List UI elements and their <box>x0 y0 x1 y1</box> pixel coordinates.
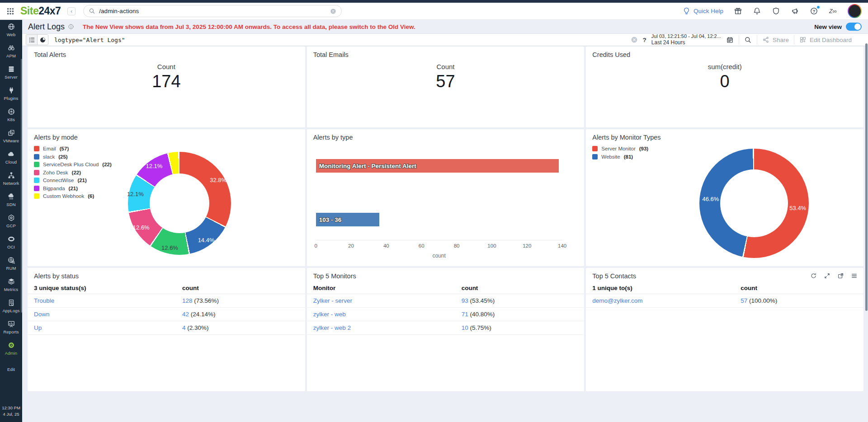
widget-menu-icon[interactable] <box>851 272 858 279</box>
web-icon <box>7 23 15 31</box>
legend-item[interactable]: Bigpanda (21) <box>34 186 112 191</box>
legend-label: ServiceDesk Plus Cloud <box>43 162 99 167</box>
sidebar-item-label: OCI <box>7 244 15 249</box>
site24x7-logo[interactable]: Site24x7 <box>20 5 61 17</box>
row-count-cell: 57 (100.00%) <box>741 297 777 304</box>
row-count-link[interactable]: 71 <box>462 311 468 318</box>
new-view-toggle[interactable] <box>846 23 862 31</box>
row-percent: (2.30%) <box>185 324 208 331</box>
query-bar: logtype="Alert Logs" ? Jul 03, 12:21:50 … <box>22 33 868 46</box>
legend-item[interactable]: Website (81) <box>592 154 648 159</box>
x-tick: 40 <box>383 243 389 249</box>
legend-swatch <box>34 146 39 151</box>
card-top-5-monitors: Top 5 Monitors MonitorcountZylker - serv… <box>307 268 585 391</box>
info-icon[interactable] <box>68 23 74 30</box>
sidebar-item-rum[interactable]: RUM <box>0 253 22 273</box>
share-button[interactable]: Share <box>762 36 789 43</box>
calendar-icon[interactable] <box>726 36 734 44</box>
bar-monitoring-alert-persistent-alert[interactable]: Monitoring Alert - Persistent Alert <box>316 159 559 173</box>
legend-item[interactable]: ServiceDesk Plus Cloud (22) <box>34 162 112 167</box>
row-label-link[interactable]: demo@zylker.com <box>592 297 642 304</box>
sidebar-item-gcp[interactable]: GCP <box>0 211 22 230</box>
topnav-help[interactable]: ? <box>810 7 818 15</box>
expand-icon[interactable] <box>824 272 830 279</box>
legend-item[interactable]: slack (25) <box>34 154 112 159</box>
topnav-security[interactable] <box>772 7 780 15</box>
sidebar-item-cloud[interactable]: Cloud <box>0 147 22 167</box>
row-label-link[interactable]: Up <box>34 324 42 331</box>
page-scrollbar[interactable] <box>865 43 868 311</box>
sidebar-item-oci[interactable]: OCI <box>0 232 22 252</box>
legend-item[interactable]: Server Monitor (93) <box>592 146 648 151</box>
edit-dashboard-button[interactable]: Edit Dashboard <box>799 36 852 43</box>
stat-value[interactable]: 174 <box>28 72 305 91</box>
row-label-link[interactable]: Down <box>34 311 50 318</box>
sidebar-item-k8s[interactable]: K8s <box>0 105 22 124</box>
donut-chart-alerts_by_monitor_types[interactable]: 53.4%46.6% <box>699 149 809 258</box>
app-grid-icon[interactable] <box>6 7 14 15</box>
sidebar-item-admin[interactable]: Admin <box>0 338 22 358</box>
row-label-link[interactable]: zylker - web <box>313 311 346 318</box>
row-count-link[interactable]: 128 <box>182 297 193 304</box>
row-count-link[interactable]: 42 <box>182 311 189 318</box>
topnav-whats-new[interactable] <box>734 7 742 15</box>
donut-chart-alerts_by_mode[interactable]: 32.8%14.4%12.6%12.6%12.1%12.1% <box>128 152 231 255</box>
legend-swatch <box>34 193 39 199</box>
topnav-quick-help[interactable]: Quick Help <box>682 7 723 15</box>
table-header-row: 1 unique to(s)count <box>586 282 863 294</box>
topnav-zia-assistant[interactable]: Z∞ <box>829 7 837 15</box>
chart-view-button[interactable] <box>37 35 48 45</box>
stat-value[interactable]: 0 <box>586 72 863 91</box>
slice-percent-label: 12.1% <box>146 163 162 169</box>
sidebar-item-server[interactable]: Server <box>0 62 22 82</box>
sidebar-clock: 12:30 PM 4 Jul, 25 <box>2 405 20 418</box>
sidebar-item-vmware[interactable]: VMware <box>0 126 22 145</box>
user-avatar[interactable] <box>848 4 862 18</box>
time-range-picker[interactable]: Jul 03, 12:21:50 - Jul 04, 12:2... Last … <box>651 33 721 47</box>
row-label-link[interactable]: Trouble <box>34 297 54 304</box>
bar-103-36[interactable]: 103 - 36 <box>316 213 379 226</box>
row-count-link[interactable]: 93 <box>462 297 468 304</box>
edit-dashboard-label: Edit Dashboard <box>810 37 852 43</box>
row-count-cell: 128 (73.56%) <box>182 297 219 304</box>
topnav-announcements[interactable] <box>791 7 799 15</box>
sidebar-item-reports[interactable]: Reports <box>0 317 22 337</box>
topnav-notifications[interactable] <box>753 7 761 15</box>
sidebar-item-sdn[interactable]: SDN <box>0 190 22 209</box>
legend-item[interactable]: Custom Webhook (6) <box>34 193 112 199</box>
slice-percent-label: 14.4% <box>198 236 215 243</box>
row-percent: (73.56%) <box>192 297 219 304</box>
legend-item[interactable]: Email (57) <box>34 146 112 151</box>
query-input[interactable]: logtype="Alert Logs" <box>54 37 125 43</box>
sidebar-item-label: Metrics <box>4 287 18 292</box>
reports-icon <box>7 320 15 328</box>
sidebar-item-edit[interactable]: Edit <box>0 360 22 379</box>
sidebar-item-web[interactable]: Web <box>0 20 22 39</box>
table-col1-header: 1 unique to(s) <box>592 285 741 291</box>
list-view-button[interactable] <box>26 35 37 45</box>
clear-search-icon[interactable] <box>330 8 336 14</box>
clear-query-icon[interactable] <box>631 36 638 43</box>
collapse-nav-button[interactable]: ‹ <box>67 7 75 15</box>
sidebar-item-plugins[interactable]: Plugins <box>0 84 22 103</box>
stat-value[interactable]: 57 <box>307 72 585 91</box>
legend-item[interactable]: Zoho Desk (22) <box>34 170 112 175</box>
run-search-icon[interactable] <box>744 36 752 44</box>
date-range-text: Jul 03, 12:21:50 - Jul 04, 12:2... <box>651 33 721 39</box>
query-view-buttons <box>26 34 48 45</box>
sidebar-item-network[interactable]: Network <box>0 169 22 188</box>
open-external-icon[interactable] <box>837 272 844 279</box>
sidebar-item-apm[interactable]: APM <box>0 41 22 61</box>
sidebar-item-applogs[interactable]: AppLogs <box>0 296 22 315</box>
query-help-button[interactable]: ? <box>643 37 646 43</box>
sidebar-scrollbar[interactable] <box>21 59 22 313</box>
row-count-link[interactable]: 57 <box>741 297 747 304</box>
row-label-link[interactable]: Zylker - server <box>313 297 352 304</box>
row-count-link[interactable]: 10 <box>462 324 468 331</box>
vmware-icon <box>7 129 15 137</box>
row-label-link[interactable]: zylker - web 2 <box>313 324 351 331</box>
legend-item[interactable]: ConnectWise (21) <box>34 178 112 183</box>
global-search-input[interactable]: /admin-actions <box>83 5 342 17</box>
refresh-icon[interactable] <box>810 272 817 279</box>
sidebar-item-metrics[interactable]: Metrics <box>0 275 22 294</box>
